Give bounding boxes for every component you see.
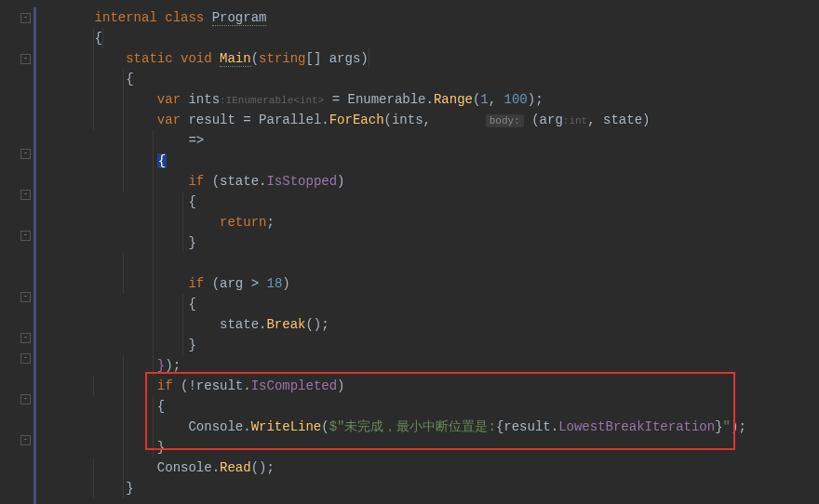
code-line: { (35, 151, 819, 171)
code-line: } (35, 232, 819, 253)
editor-gutter: - - - - - - - - - - (0, 0, 34, 504)
caret-brace: { (157, 153, 167, 168)
code-line: var result = Parallel.ForEach(ints, body… (35, 110, 819, 130)
fold-marker[interactable]: - (20, 149, 31, 159)
code-line: } (35, 478, 819, 498)
code-line: return; (35, 212, 819, 232)
fold-marker[interactable]: - (20, 353, 31, 364)
code-line: }); (35, 355, 819, 376)
code-line (35, 253, 819, 273)
fold-marker[interactable]: - (20, 292, 31, 302)
code-line: internal class Program (35, 7, 819, 28)
code-line: if (arg > 18) (35, 273, 819, 294)
code-line: Console.Read(); (35, 458, 819, 478)
fold-marker[interactable]: - (20, 394, 31, 405)
code-line: static void Main(string[] args) (35, 48, 819, 69)
code-line: Console.WriteLine($"未完成，最小中断位置是:{result.… (35, 417, 819, 437)
code-line: => (35, 130, 819, 151)
fold-marker[interactable]: - (20, 13, 31, 23)
code-line: state.Break(); (35, 314, 819, 335)
code-line: { (35, 396, 819, 417)
code-line: { (35, 69, 819, 89)
code-line: { (35, 192, 819, 212)
parameter-hint: body: (486, 114, 524, 127)
code-line: { (35, 294, 819, 314)
fold-marker[interactable]: - (20, 333, 31, 343)
fold-marker[interactable]: - (20, 231, 31, 241)
code-line: { (35, 28, 819, 48)
code-editor[interactable]: internal class Program { static void Mai… (34, 0, 819, 504)
code-line: if (state.IsStopped) (35, 171, 819, 192)
fold-marker[interactable]: - (20, 435, 31, 445)
code-line: if (!result.IsCompleted) (35, 376, 819, 396)
fold-marker[interactable]: - (20, 54, 31, 64)
fold-marker[interactable]: - (20, 190, 31, 200)
code-line: var ints:IEnumerable<int> = Enumerable.R… (35, 89, 819, 110)
code-line: } (35, 437, 819, 458)
code-line: } (35, 335, 819, 355)
